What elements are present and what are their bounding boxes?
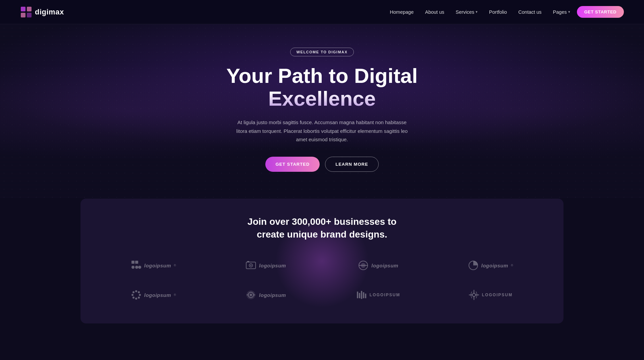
- nav-link-contact[interactable]: Contact us: [514, 7, 546, 17]
- brand-name-4: logoipsum: [481, 263, 508, 268]
- brand-icon-1: [131, 260, 142, 271]
- brand-icon-6: [246, 290, 256, 300]
- nav-link-pages[interactable]: Pages: [548, 7, 575, 17]
- brand-name-6: logoipsum: [259, 292, 286, 298]
- navbar: digimax Homepage About us Services Portf…: [0, 0, 644, 24]
- nav-item-cta[interactable]: GET STARTED: [577, 6, 624, 18]
- brand-icon-5: [131, 290, 142, 300]
- brand-logo-7[interactable]: LOGOIPSUM: [325, 285, 431, 305]
- svg-point-8: [138, 266, 141, 269]
- svg-point-11: [250, 265, 252, 266]
- hero-get-started-button[interactable]: GET STARTED: [265, 157, 320, 172]
- svg-point-23: [132, 297, 135, 299]
- nav-item-contact[interactable]: Contact us: [514, 7, 546, 17]
- svg-point-27: [250, 294, 252, 296]
- brand-logo-6[interactable]: logoipsum: [213, 285, 319, 305]
- svg-point-24: [138, 297, 140, 299]
- svg-rect-31: [359, 293, 360, 298]
- svg-point-17: [135, 290, 137, 292]
- brand-name-1: logoipsum: [144, 263, 171, 268]
- brand-icon-2: [246, 260, 256, 271]
- nav-link-portfolio[interactable]: Portfolio: [484, 7, 512, 17]
- svg-point-21: [132, 291, 135, 293]
- svg-rect-3: [27, 13, 32, 17]
- logo-wordmark: digimax: [35, 8, 64, 16]
- nav-item-pages[interactable]: Pages: [548, 7, 575, 17]
- brand-name-8: LOGOIPSUM: [482, 293, 513, 297]
- nav-item-portfolio[interactable]: Portfolio: [484, 7, 512, 17]
- logo[interactable]: digimax: [20, 6, 64, 18]
- brand-logo-3[interactable]: logoipsum: [325, 255, 431, 275]
- nav-link-homepage[interactable]: Homepage: [385, 7, 418, 17]
- logo-icon: [20, 6, 32, 18]
- nav-item-about[interactable]: About us: [420, 7, 449, 17]
- brand-icon-8: [469, 290, 479, 300]
- brand-name-7: LOGOIPSUM: [370, 293, 400, 297]
- nav-link-about[interactable]: About us: [420, 7, 449, 17]
- brand-icon-4: [468, 260, 479, 271]
- hero-learn-more-button[interactable]: LEARN MORE: [325, 157, 378, 172]
- hero-badge: WELCOME TO DIGIMAX: [290, 48, 354, 56]
- svg-rect-0: [21, 7, 25, 11]
- brands-grid: logoipsum® logoipsum: [101, 255, 543, 305]
- brand-logo-2[interactable]: logoipsum: [213, 255, 319, 275]
- hero-subtitle: At ligula justo morbi sagittis fusce. Ac…: [235, 118, 409, 144]
- brand-name-3: logoipsum: [371, 263, 398, 268]
- brand-icon-3: [358, 260, 369, 271]
- nav-item-services[interactable]: Services: [451, 7, 482, 17]
- brands-section: Join over 300,000+ businesses to create …: [80, 199, 564, 324]
- brand-logo-8[interactable]: LOGOIPSUM: [438, 285, 543, 305]
- svg-point-6: [131, 266, 135, 269]
- svg-point-18: [135, 298, 137, 300]
- brands-headline: Join over 300,000+ businesses to create …: [101, 215, 543, 241]
- brand-logo-4[interactable]: logoipsum®: [438, 255, 543, 275]
- svg-rect-33: [363, 292, 364, 298]
- hero-title: Your Path to Digital Excellence: [208, 64, 436, 110]
- hero-section: WELCOME TO DIGIMAX Your Path to Digital …: [0, 24, 644, 199]
- svg-point-22: [138, 291, 140, 293]
- svg-rect-30: [357, 292, 358, 298]
- nav-link-services[interactable]: Services: [451, 7, 482, 17]
- brand-icon-7: [356, 290, 367, 300]
- svg-point-7: [135, 266, 138, 269]
- svg-rect-5: [135, 261, 138, 264]
- brand-name-5: logoipsum: [144, 292, 171, 298]
- svg-point-19: [131, 294, 133, 296]
- brands-headline-line2: create unique brand designs.: [257, 229, 387, 240]
- brand-logo-1[interactable]: logoipsum®: [101, 255, 206, 275]
- brand-name-2: logoipsum: [259, 263, 286, 268]
- nav-links: Homepage About us Services Portfolio Con…: [385, 6, 624, 18]
- svg-rect-4: [131, 261, 135, 264]
- svg-rect-32: [361, 291, 362, 299]
- svg-rect-1: [27, 7, 32, 11]
- brand-logo-5[interactable]: logoipsum®: [101, 285, 206, 305]
- brands-headline-line1: Join over 300,000+ businesses to: [248, 216, 396, 227]
- nav-cta-button[interactable]: GET STARTED: [577, 6, 624, 18]
- svg-rect-34: [365, 294, 366, 298]
- svg-rect-12: [247, 261, 249, 262]
- hero-buttons: GET STARTED LEARN MORE: [265, 157, 378, 172]
- nav-item-homepage[interactable]: Homepage: [385, 7, 418, 17]
- svg-rect-2: [21, 13, 25, 17]
- svg-point-20: [139, 294, 141, 296]
